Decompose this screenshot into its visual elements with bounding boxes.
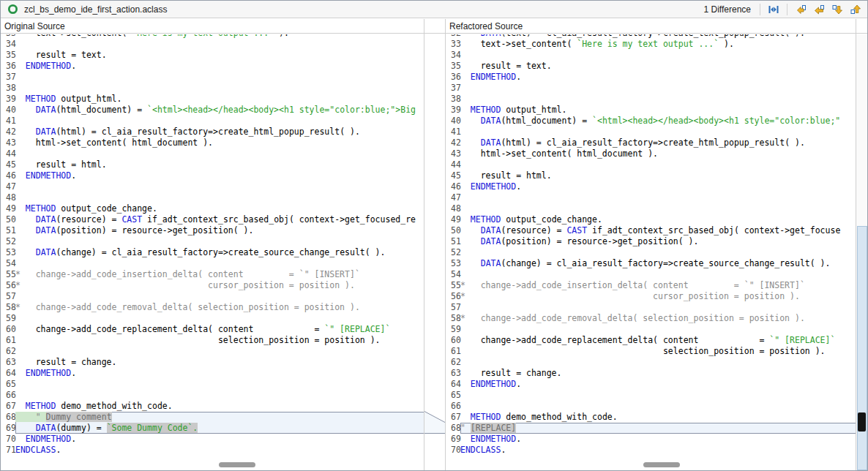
line-number: 44 [446, 159, 460, 170]
code-line[interactable]: 60 change->add_code_replacement_delta( c… [1, 324, 424, 335]
code-line[interactable]: 68 " Dummy comment [1, 412, 424, 423]
refactored-source-editor[interactable]: 32 DATA(text) = cl_aia_result_factory=>c… [446, 34, 856, 470]
code-line[interactable]: 52 [1, 236, 424, 247]
code-line[interactable]: 45 result = html. [1, 159, 424, 170]
code-line[interactable]: 38 [446, 94, 856, 105]
code-line[interactable]: 38 [1, 83, 424, 94]
code-line[interactable]: 67 METHOD demo_method_with_code. [446, 412, 856, 423]
code-line[interactable]: 67 METHOD demo_method_with_code. [1, 401, 424, 412]
code-line[interactable]: 51 DATA(position) = resource->get_positi… [446, 236, 856, 247]
code-line[interactable]: 50 DATA(resource) = CAST if_adt_context_… [446, 225, 856, 236]
code-line[interactable]: 49 METHOD output_code_change. [1, 203, 424, 214]
code-line[interactable]: 41 [1, 116, 424, 127]
code-line[interactable]: 42 DATA(html) = cl_aia_result_factory=>c… [1, 127, 424, 137]
code-line[interactable]: 48 [446, 203, 856, 214]
code-line[interactable]: 44 [446, 159, 856, 170]
line-number: 70 [1, 434, 15, 445]
code-line[interactable]: 54 [1, 258, 424, 269]
code-line[interactable]: 69 ENDMETHOD. [446, 434, 856, 445]
code-line[interactable]: 63 result = change. [1, 357, 424, 368]
code-line[interactable]: 65 [1, 379, 424, 390]
code-line[interactable]: 37 [1, 72, 424, 83]
code-line[interactable]: 53 DATA(change) = cl_aia_result_factory=… [1, 247, 424, 258]
code-line[interactable]: 65 [446, 390, 856, 401]
code-line[interactable]: 57 [1, 291, 424, 302]
code-line[interactable]: 46 ENDMETHOD. [446, 181, 856, 192]
copy-all-right-to-left-icon[interactable] [793, 2, 808, 17]
code-line[interactable]: 40 DATA(html_document) = `<html><head></… [1, 105, 424, 116]
code-line[interactable]: 50 DATA(resource) = CAST if_adt_context_… [1, 214, 424, 225]
code-line[interactable]: 35 result = text. [1, 50, 424, 61]
next-difference-icon[interactable] [830, 2, 845, 17]
line-number: 37 [1, 72, 15, 83]
code-line[interactable]: 70ENDCLASS. [446, 445, 856, 456]
code-line[interactable]: 59 [446, 324, 856, 335]
code-line[interactable]: 64 ENDMETHOD. [1, 368, 424, 379]
line-number: 68 [446, 423, 460, 434]
code-line[interactable]: 41 [446, 127, 856, 137]
code-text: * change->add_code_removal_delta( select… [15, 302, 424, 313]
code-text: DATA(html) = cl_aia_result_factory=>crea… [460, 137, 856, 148]
code-line[interactable]: 59 [1, 313, 424, 324]
code-line[interactable]: 61 selection_position = position ). [446, 346, 856, 357]
code-line[interactable]: 34 [446, 50, 856, 61]
code-line[interactable]: 36 ENDMETHOD. [1, 61, 424, 72]
code-line[interactable]: 71ENDCLASS. [1, 445, 424, 456]
code-line[interactable]: 46 ENDMETHOD. [1, 170, 424, 181]
vertical-scrollbar-thumb[interactable] [857, 226, 867, 470]
code-text: selection_position = position ). [15, 335, 424, 346]
code-line[interactable]: 58* change->add_code_removal_delta( sele… [446, 313, 856, 324]
code-line[interactable]: 55* change->add_code_insertion_delta( co… [446, 280, 856, 291]
original-source-editor[interactable]: 33 text->set_content( `Here is my text o… [1, 34, 424, 470]
code-line[interactable]: 39 METHOD output_html. [446, 105, 856, 116]
code-line[interactable]: 54 [446, 269, 856, 280]
code-text [460, 192, 856, 203]
code-line[interactable]: 47 [1, 181, 424, 192]
code-line[interactable]: 49 METHOD output_code_change. [446, 214, 856, 225]
left-horizontal-scrollbar[interactable] [219, 462, 255, 467]
code-line[interactable]: 55* change->add_code_insertion_delta( co… [1, 269, 424, 280]
code-text [15, 379, 424, 390]
line-number: 45 [1, 159, 15, 170]
code-line[interactable]: 53 DATA(change) = cl_aia_result_factory=… [446, 258, 856, 269]
code-line[interactable]: 42 DATA(html) = cl_aia_result_factory=>c… [446, 137, 856, 148]
code-line[interactable]: 33 text->set_content( `Here is my text o… [446, 39, 856, 50]
code-line[interactable]: 69 DATA(dummy) = `Some Dummy Code`. [1, 423, 424, 434]
code-line[interactable]: 56* cursor_position = position ). [1, 280, 424, 291]
code-line[interactable]: 43 html->set_content( html_document ). [446, 148, 856, 159]
vertical-scrollbar[interactable] [856, 34, 868, 470]
copy-current-right-to-left-icon[interactable] [812, 2, 826, 17]
line-number: 51 [446, 236, 460, 247]
code-line[interactable]: 51 DATA(position) = resource->get_positi… [1, 225, 424, 236]
code-line[interactable]: 39 METHOD output_html. [1, 94, 424, 105]
code-line[interactable]: 44 [1, 148, 424, 159]
current-difference-marker[interactable] [858, 412, 866, 432]
code-line[interactable]: 52 [446, 247, 856, 258]
code-line[interactable]: 70 ENDMETHOD. [1, 434, 424, 445]
code-line[interactable]: 66 [1, 390, 424, 401]
code-text: DATA(dummy) = `Some Dummy Code`. [15, 423, 424, 434]
code-line[interactable]: 43 html->set_content( html_document ). [1, 137, 424, 148]
swap-direction-icon[interactable] [766, 2, 781, 17]
code-line[interactable]: 66 [446, 401, 856, 412]
code-line[interactable]: 37 [446, 83, 856, 94]
code-line[interactable]: 58* change->add_code_removal_delta( sele… [1, 302, 424, 313]
code-line[interactable]: 34 [1, 39, 424, 50]
code-line[interactable]: 36 ENDMETHOD. [446, 72, 856, 83]
code-line[interactable]: 35 result = text. [446, 61, 856, 72]
right-horizontal-scrollbar[interactable] [643, 462, 680, 467]
code-line[interactable]: 40 DATA(html_document) = `<html><head></… [446, 116, 856, 127]
code-line[interactable]: 61 selection_position = position ). [1, 335, 424, 346]
code-line[interactable]: 56* cursor_position = position ). [446, 291, 856, 302]
code-line[interactable]: 64 ENDMETHOD. [446, 379, 856, 390]
code-line[interactable]: 62 [1, 346, 424, 357]
code-line[interactable]: 47 [446, 192, 856, 203]
code-line[interactable]: 48 [1, 192, 424, 203]
previous-difference-icon[interactable] [848, 2, 863, 17]
code-line[interactable]: 60 change->add_code_replacement_delta( c… [446, 335, 856, 346]
code-line[interactable]: 45 result = html. [446, 170, 856, 181]
code-line[interactable]: 68" [REPLACE] [446, 423, 856, 434]
code-line[interactable]: 63 result = change. [446, 368, 856, 379]
code-line[interactable]: 62 [446, 357, 856, 368]
code-line[interactable]: 57 [446, 302, 856, 313]
